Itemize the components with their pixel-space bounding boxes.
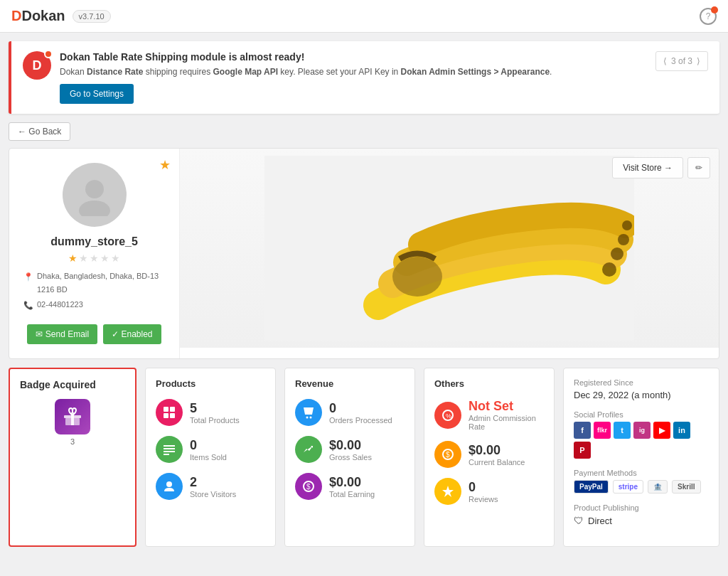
star-3: ★ <box>90 252 99 264</box>
items-sold-info: 0 Items Sold <box>190 438 227 462</box>
enabled-button[interactable]: ✓ Enabled <box>103 324 161 344</box>
products-card: Products 5 Total Products 0 <box>145 368 276 547</box>
gross-sales-row: $0.00 Gross Sales <box>295 436 405 463</box>
gross-sales-value: $0.00 <box>329 438 372 453</box>
total-earning-row: $ $0.00 Total Earning <box>295 473 405 500</box>
go-back-button[interactable]: ← Go Back <box>9 122 70 141</box>
shield-icon: 🛡 <box>574 515 584 526</box>
notice-prev-icon[interactable]: ⟨ <box>663 56 667 66</box>
total-products-info: 5 Total Products <box>190 401 240 425</box>
registered-value: Dec 29, 2022 (a month) <box>574 390 709 400</box>
publishing-value-row: 🛡 Direct <box>574 515 709 526</box>
go-to-settings-button[interactable]: Go to Settings <box>60 84 134 104</box>
items-sold-icon <box>156 436 183 463</box>
svg-rect-14 <box>170 413 175 418</box>
commission-value: Not Set <box>469 399 544 414</box>
favorite-star-icon[interactable]: ★ <box>159 157 171 173</box>
star-5: ★ <box>111 252 120 264</box>
svg-point-4 <box>602 262 616 277</box>
star-1: ★ <box>68 252 77 264</box>
payment-label: Payment Methods <box>574 469 709 477</box>
store-visitors-label: Store Visitors <box>190 490 236 498</box>
dokan-logo: DDokan <box>11 8 65 24</box>
twitter-icon[interactable]: t <box>614 422 631 439</box>
notice-title: Dokan Table Rate Shipping module is almo… <box>60 51 647 63</box>
orders-label: Orders Processed <box>329 416 392 425</box>
phone-row: 📞 02-44801223 <box>23 298 165 312</box>
total-earning-icon: $ <box>295 473 322 500</box>
current-balance-row: $ $0.00 Current Balance <box>434 441 544 468</box>
phone-icon: 📞 <box>23 299 33 312</box>
notice-next-icon[interactable]: ⟩ <box>697 56 700 66</box>
profile-right-actions: Visit Store → ✏ <box>612 157 710 178</box>
notice-page-indicator: 3 of 3 <box>671 56 692 66</box>
revenue-title: Revenue <box>295 378 405 389</box>
profile-section: ★ dummy_store_5 ★ ★ ★ ★ ★ 📍 Dhaka, Bangl… <box>9 148 719 359</box>
facebook-icon[interactable]: f <box>574 422 591 439</box>
notice-banner: D Dokan Table Rate Shipping module is al… <box>9 41 719 114</box>
help-icon[interactable]: ? <box>700 8 717 25</box>
stats-grid: Products 5 Total Products 0 <box>145 368 555 547</box>
nav-left: DDokan v3.7.10 <box>11 8 111 24</box>
version-badge: v3.7.10 <box>73 10 111 23</box>
payment-icons: PayPal stripe 🏦 Skrill <box>574 480 709 494</box>
svg-point-0 <box>85 180 104 198</box>
orders-info: 0 Orders Processed <box>329 401 392 425</box>
edit-profile-button[interactable]: ✏ <box>687 157 710 178</box>
commission-icon: % <box>434 402 461 429</box>
publishing-label: Product Publishing <box>574 503 709 512</box>
total-products-icon <box>156 399 183 426</box>
flickr-icon[interactable]: flkr <box>594 422 611 439</box>
svg-marker-28 <box>442 486 454 497</box>
top-navigation: DDokan v3.7.10 ? <box>0 0 728 33</box>
info-card: Registered Since Dec 29, 2022 (a month) … <box>563 368 719 547</box>
products-title: Products <box>156 378 265 389</box>
gross-sales-info: $0.00 Gross Sales <box>329 438 372 462</box>
reviews-label: Reviews <box>469 495 498 503</box>
svg-rect-11 <box>164 407 168 412</box>
send-email-button[interactable]: ✉ Send Email <box>27 324 97 344</box>
store-banner <box>180 149 719 348</box>
balance-value: $0.00 <box>469 443 525 458</box>
total-products-value: 5 <box>190 401 240 416</box>
items-sold-label: Items Sold <box>190 453 227 462</box>
youtube-icon[interactable]: ▶ <box>653 422 670 439</box>
star-2: ★ <box>79 252 88 264</box>
registered-label: Registered Since <box>574 378 709 387</box>
avatar <box>63 163 127 227</box>
reviews-info: 0 Reviews <box>469 480 498 503</box>
orders-icon <box>295 399 322 426</box>
commission-label: Admin Commission Rate <box>469 414 544 431</box>
gross-sales-icon <box>295 436 322 463</box>
banana-illustration <box>264 156 634 341</box>
help-notification-dot <box>711 6 718 14</box>
svg-point-19 <box>166 481 172 487</box>
total-earning-value: $0.00 <box>329 475 375 490</box>
notice-navigation[interactable]: ⟨ 3 of 3 ⟩ <box>655 51 708 71</box>
notice-text: Dokan Distance Rate shipping requires Go… <box>60 65 647 78</box>
notice-dot <box>44 50 53 58</box>
svg-text:%: % <box>446 412 451 420</box>
instagram-icon[interactable]: ig <box>633 422 651 439</box>
total-products-row: 5 Total Products <box>156 399 265 426</box>
badge-item: 3 <box>20 399 125 446</box>
badge-gift-icon <box>63 407 82 427</box>
badge-title: Badge Acquired <box>20 379 125 390</box>
commission-row: % Not Set Admin Commission Rate <box>434 399 544 431</box>
svg-point-6 <box>618 234 629 245</box>
total-products-label: Total Products <box>190 416 240 425</box>
notice-icon: D <box>23 51 51 80</box>
revenue-card: Revenue 0 Orders Processed $0.00 <box>284 368 415 547</box>
visit-store-button[interactable]: Visit Store → <box>612 157 683 178</box>
balance-label: Current Balance <box>469 458 525 466</box>
svg-rect-17 <box>164 451 175 452</box>
profile-left: ★ dummy_store_5 ★ ★ ★ ★ ★ 📍 Dhaka, Bangl… <box>9 149 180 358</box>
commission-info: Not Set Admin Commission Rate <box>469 399 544 431</box>
pinterest-icon[interactable]: P <box>574 442 591 459</box>
badge-icon <box>55 399 90 434</box>
linkedin-icon[interactable]: in <box>673 422 690 439</box>
reviews-icon <box>434 478 461 505</box>
others-card: Others % Not Set Admin Commission Rate $ <box>424 368 555 547</box>
store-visitors-info: 2 Store Visitors <box>190 475 236 498</box>
svg-point-20 <box>306 417 309 419</box>
